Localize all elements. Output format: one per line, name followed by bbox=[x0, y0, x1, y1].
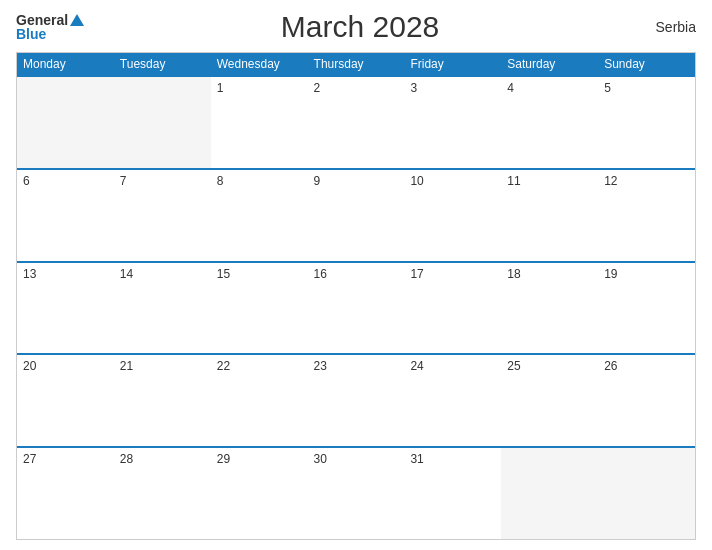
calendar-cell bbox=[598, 448, 695, 539]
day-number: 10 bbox=[410, 174, 495, 188]
day-number: 31 bbox=[410, 452, 495, 466]
calendar-cell: 5 bbox=[598, 77, 695, 168]
calendar-cell: 28 bbox=[114, 448, 211, 539]
day-number: 24 bbox=[410, 359, 495, 373]
logo-triangle-icon bbox=[70, 14, 84, 26]
calendar-cell: 20 bbox=[17, 355, 114, 446]
calendar-cell: 11 bbox=[501, 170, 598, 261]
logo-blue-text: Blue bbox=[16, 27, 46, 41]
calendar-header-cell: Wednesday bbox=[211, 53, 308, 75]
calendar-body: 1234567891011121314151617181920212223242… bbox=[17, 75, 695, 539]
calendar-cell: 27 bbox=[17, 448, 114, 539]
day-number: 19 bbox=[604, 267, 689, 281]
calendar-week: 6789101112 bbox=[17, 168, 695, 261]
calendar-cell: 24 bbox=[404, 355, 501, 446]
calendar-cell: 14 bbox=[114, 263, 211, 354]
calendar-cell: 26 bbox=[598, 355, 695, 446]
day-number: 12 bbox=[604, 174, 689, 188]
calendar-cell: 4 bbox=[501, 77, 598, 168]
day-number: 29 bbox=[217, 452, 302, 466]
calendar-cell bbox=[501, 448, 598, 539]
calendar-week: 12345 bbox=[17, 75, 695, 168]
day-number: 6 bbox=[23, 174, 108, 188]
day-number: 15 bbox=[217, 267, 302, 281]
header: General Blue March 2028 Serbia bbox=[16, 10, 696, 44]
day-number: 13 bbox=[23, 267, 108, 281]
calendar-cell: 6 bbox=[17, 170, 114, 261]
calendar-cell: 29 bbox=[211, 448, 308, 539]
calendar-cell: 1 bbox=[211, 77, 308, 168]
calendar-cell: 19 bbox=[598, 263, 695, 354]
calendar-cell: 30 bbox=[308, 448, 405, 539]
day-number: 4 bbox=[507, 81, 592, 95]
day-number: 25 bbox=[507, 359, 592, 373]
logo-general-text: General bbox=[16, 13, 68, 27]
day-number: 2 bbox=[314, 81, 399, 95]
calendar: MondayTuesdayWednesdayThursdayFridaySatu… bbox=[16, 52, 696, 540]
page-title: March 2028 bbox=[84, 10, 636, 44]
calendar-cell: 31 bbox=[404, 448, 501, 539]
day-number: 30 bbox=[314, 452, 399, 466]
calendar-week: 2728293031 bbox=[17, 446, 695, 539]
calendar-cell: 16 bbox=[308, 263, 405, 354]
calendar-cell: 7 bbox=[114, 170, 211, 261]
calendar-cell: 8 bbox=[211, 170, 308, 261]
day-number: 3 bbox=[410, 81, 495, 95]
day-number: 17 bbox=[410, 267, 495, 281]
day-number: 26 bbox=[604, 359, 689, 373]
calendar-header-cell: Sunday bbox=[598, 53, 695, 75]
calendar-cell bbox=[17, 77, 114, 168]
calendar-week: 13141516171819 bbox=[17, 261, 695, 354]
calendar-cell: 17 bbox=[404, 263, 501, 354]
day-number: 20 bbox=[23, 359, 108, 373]
day-number: 1 bbox=[217, 81, 302, 95]
calendar-cell: 9 bbox=[308, 170, 405, 261]
day-number: 5 bbox=[604, 81, 689, 95]
calendar-cell: 2 bbox=[308, 77, 405, 168]
day-number: 28 bbox=[120, 452, 205, 466]
calendar-header-cell: Tuesday bbox=[114, 53, 211, 75]
calendar-cell bbox=[114, 77, 211, 168]
calendar-cell: 22 bbox=[211, 355, 308, 446]
logo: General Blue bbox=[16, 13, 84, 41]
calendar-cell: 23 bbox=[308, 355, 405, 446]
calendar-cell: 3 bbox=[404, 77, 501, 168]
day-number: 11 bbox=[507, 174, 592, 188]
calendar-header-cell: Saturday bbox=[501, 53, 598, 75]
calendar-cell: 25 bbox=[501, 355, 598, 446]
day-number: 22 bbox=[217, 359, 302, 373]
day-number: 8 bbox=[217, 174, 302, 188]
country-label: Serbia bbox=[636, 19, 696, 35]
calendar-cell: 15 bbox=[211, 263, 308, 354]
calendar-cell: 10 bbox=[404, 170, 501, 261]
day-number: 18 bbox=[507, 267, 592, 281]
calendar-cell: 13 bbox=[17, 263, 114, 354]
day-number: 9 bbox=[314, 174, 399, 188]
day-number: 21 bbox=[120, 359, 205, 373]
day-number: 7 bbox=[120, 174, 205, 188]
calendar-week: 20212223242526 bbox=[17, 353, 695, 446]
calendar-cell: 21 bbox=[114, 355, 211, 446]
calendar-header-cell: Friday bbox=[404, 53, 501, 75]
page: General Blue March 2028 Serbia MondayTue… bbox=[0, 0, 712, 550]
day-number: 16 bbox=[314, 267, 399, 281]
day-number: 27 bbox=[23, 452, 108, 466]
day-number: 23 bbox=[314, 359, 399, 373]
calendar-header: MondayTuesdayWednesdayThursdayFridaySatu… bbox=[17, 53, 695, 75]
day-number: 14 bbox=[120, 267, 205, 281]
calendar-cell: 12 bbox=[598, 170, 695, 261]
calendar-header-cell: Monday bbox=[17, 53, 114, 75]
calendar-cell: 18 bbox=[501, 263, 598, 354]
calendar-header-cell: Thursday bbox=[308, 53, 405, 75]
